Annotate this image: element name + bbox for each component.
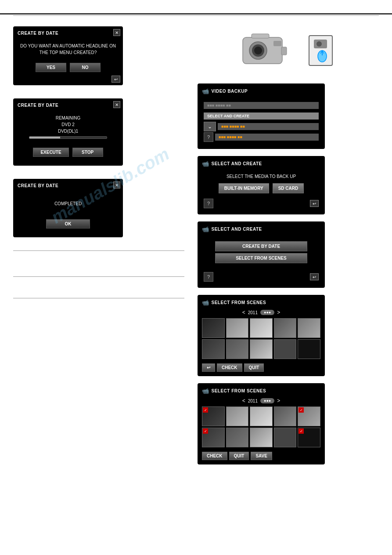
vb-item-1: ■■■ ■■■■ ■■ [204,102,319,109]
scenes1-year-nav: < 2011 ●●● > [202,309,320,316]
ok-button[interactable]: OK [46,219,90,229]
screen3-body: COMPLETED [18,192,119,216]
scene-thumb-9[interactable] [298,339,320,359]
video-backup-list: ■■■ ■■■■ ■■ SELECT AND CREATE ⌄ ■■■ ■■■■… [202,98,320,145]
scene-thumb-3[interactable] [274,318,297,338]
select-media-footer: ? ↩ [202,197,320,210]
select-menu-body: CREATE BY DATE SELECT FROM SCENES [202,236,320,270]
scenes2-check-btn[interactable]: CHECK [202,452,227,460]
scene-thumb-0[interactable] [202,318,225,338]
svg-rect-4 [273,41,281,46]
divider-3 [13,298,184,298]
vb-question-btn[interactable]: ? [204,132,213,142]
stop-button[interactable]: STOP [72,148,103,157]
video-backup-container: 📹 VIDEO BACKUP ■■■ ■■■■ ■■ SELECT AND CR… [198,83,373,149]
scenes1-counter: ●●● [260,310,274,315]
svg-rect-5 [252,34,269,38]
scenes2-quit-btn[interactable]: QUIT [229,452,249,460]
media-btn-row: BUILT-IN MEMORY SD CARD [204,183,319,193]
progress-bar [29,136,107,139]
screen1-title: CREATE BY DATE [18,31,119,36]
select-from-scenes-btn[interactable]: SELECT FROM SCENES [215,253,307,263]
scene2-thumb-4[interactable] [298,406,320,426]
select-media-title: 📹 SELECT AND CREATE [202,160,320,167]
select-menu-question-btn[interactable]: ? [204,272,213,282]
scenes2-container: 📹 SELECT FROM SCENES < 2011 ●●● > [198,383,373,464]
yes-button[interactable]: YES [36,63,66,72]
vb-item-2-selected: SELECT AND CREATE [204,112,319,120]
scene2-thumb-7[interactable] [250,428,273,447]
scenes2-next-arrow[interactable]: > [277,398,280,404]
select-media-question-btn[interactable]: ? [204,199,213,208]
create-by-date-btn[interactable]: CREATE BY DATE [215,241,307,251]
vb-nav-down-btn[interactable]: ⌄ [204,122,216,131]
scenes2-bottom-bar: CHECK QUIT SAVE [202,450,320,460]
screen-create-by-date-2: CREATE BY DATE ✕ REMAINING DVD 2 DVD(DL)… [13,98,123,166]
note-1 [13,257,184,270]
select-media-back-btn[interactable]: ↩ [310,200,319,207]
svg-point-3 [254,47,262,54]
builtin-memory-button[interactable]: BUILT-IN MEMORY [219,183,269,193]
scenes1-check-btn[interactable]: CHECK [217,363,242,372]
vb-item-3: ■■■ ■■■■ ■■ [218,123,319,130]
divider-2 [13,276,184,277]
screen3-close-btn[interactable]: ✕ [113,181,120,189]
scenes2-counter: ●●● [260,398,274,403]
scenes2-prev-arrow[interactable]: < [242,398,245,404]
vb-list-row-2: SELECT AND CREATE [204,111,319,121]
select-menu-container: 📹 SELECT AND CREATE CREATE BY DATE SELEC… [198,221,373,288]
no-button[interactable]: NO [70,63,101,72]
scene-thumb-8[interactable] [274,339,297,359]
screen2-title: CREATE BY DATE [18,103,119,108]
scenes1-back-btn[interactable]: ↩ [202,363,215,372]
top-border-thin [13,15,379,16]
camera-area [198,22,373,79]
scenes1-quit-btn[interactable]: QUIT [244,363,264,372]
screen-scenes-2: 📹 SELECT FROM SCENES < 2011 ●●● > [198,383,325,464]
screen2-btn-row: EXECUTE STOP [18,148,119,157]
sdcard-button[interactable]: SD CARD [273,183,304,193]
camera-svg-image [238,29,300,73]
scene2-thumb-9[interactable] [298,428,320,447]
screen-create-by-date-3: CREATE BY DATE ✕ COMPLETED OK [13,179,123,237]
screen1-back-btn[interactable]: ↩ [111,76,120,83]
screen1-close-btn[interactable]: ✕ [113,29,120,36]
vb-list-row-1: ■■■ ■■■■ ■■ [204,101,319,110]
screen-video-backup: 📹 VIDEO BACKUP ■■■ ■■■■ ■■ SELECT AND CR… [198,83,325,149]
scene-thumb-7[interactable] [250,339,273,359]
video-backup-title: 📹 VIDEO BACKUP [202,88,320,94]
scenes1-prev-arrow[interactable]: < [242,309,245,316]
scene2-thumb-0[interactable] [202,406,225,426]
scene2-thumb-1[interactable] [226,406,249,426]
screen-scenes-1: 📹 SELECT FROM SCENES < 2011 ●●● > [198,295,325,376]
scene-thumb-6[interactable] [226,339,249,359]
scene2-thumb-5[interactable] [202,428,225,447]
vb-list-row-4: ? ■■■ ■■■■ ■■ [204,132,319,142]
scenes1-bottom-bar: ↩ CHECK QUIT [202,362,320,372]
scenes1-grid [202,318,320,359]
scene2-thumb-3[interactable] [274,406,297,426]
note-2 [13,283,184,292]
scene-thumb-2[interactable] [250,318,273,338]
select-menu-back-btn[interactable]: ↩ [310,273,319,280]
vb-item-4: ■■■ ■■■■ ■■ [215,134,319,141]
scene2-thumb-2[interactable] [250,406,273,426]
scene2-thumb-6[interactable] [226,428,249,447]
left-column: CREATE BY DATE ✕ DO YOU WANT AN AUTOMATI… [13,22,184,305]
select-menu-title: 📹 SELECT AND CREATE [202,226,320,232]
camera-svg [238,29,333,73]
scene-thumb-4[interactable] [298,318,320,338]
hand-icon [312,39,329,63]
screen-create-by-date-1: CREATE BY DATE ✕ DO YOU WANT AN AUTOMATI… [13,26,123,85]
scene2-thumb-8[interactable] [274,428,297,447]
divider-1 [13,250,184,251]
scenes2-save-btn[interactable]: SAVE [251,452,272,460]
screen-select-menu: 📹 SELECT AND CREATE CREATE BY DATE SELEC… [198,221,325,288]
scene-thumb-5[interactable] [202,339,225,359]
scenes1-next-arrow[interactable]: > [277,309,280,316]
execute-button[interactable]: EXECUTE [33,148,68,157]
screen3-btn-row: OK [18,219,119,229]
screen2-close-btn[interactable]: ✕ [113,101,120,108]
touch-icon-box [309,35,333,66]
scene-thumb-1[interactable] [226,318,249,338]
